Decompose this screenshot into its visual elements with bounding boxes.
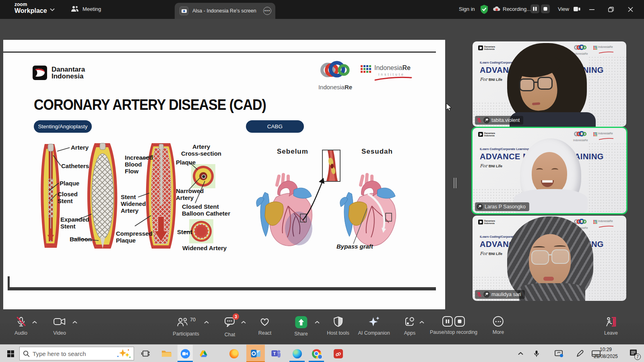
zoom-titlebar: zoom Workplace Meeting Alsa - Indonesia … [0, 0, 644, 19]
tile-indonesiare-logo: IndonesiaRe [573, 45, 588, 55]
tile-institute-logo: IndonesiaRe [598, 220, 614, 230]
security-shield-icon[interactable] [480, 4, 489, 14]
participant-name: Laras P Sasongko [485, 204, 526, 210]
pause-recording-button[interactable] [530, 4, 539, 13]
ai-companion-button[interactable]: AI Companion [358, 316, 390, 336]
participant-name-label: tabita.violent [475, 116, 523, 125]
video-button[interactable]: Video [53, 316, 66, 336]
pause-recording-icon[interactable] [442, 316, 453, 327]
institute-swoosh-icon [374, 76, 413, 81]
edge-icon [293, 349, 302, 358]
label-sebelum: Sebelum [277, 148, 308, 156]
pause-stop-recording-button[interactable]: Pause/stop recording [430, 316, 477, 335]
acrobat-icon [334, 349, 343, 358]
tile-bg-client: ForBNI Life [480, 251, 502, 256]
taskbar-search-input[interactable] [33, 350, 113, 357]
video-tile-tabita[interactable]: DanantaraIndonesia IndonesiaRe Indonesia… [473, 41, 626, 127]
tile-institute-logo: IndonesiaRe [598, 132, 614, 142]
audio-button[interactable]: Audio [14, 316, 27, 336]
google-drive-button[interactable] [197, 345, 210, 362]
audio-options-chevron[interactable] [32, 321, 37, 324]
zoom-logo-text: zoom [14, 2, 47, 7]
maximize-button[interactable] [602, 0, 620, 19]
more-button[interactable]: More [493, 316, 504, 335]
tile-institute-logo: IndonesiaRe [598, 45, 614, 56]
apps-options-chevron[interactable] [419, 321, 424, 324]
chrome-icon [312, 349, 321, 358]
leave-button[interactable]: Leave [604, 316, 618, 336]
label-catheters: Catheters [61, 162, 89, 169]
pin-icon [483, 291, 490, 298]
pill-stenting: Stenting/Angioplasty [34, 120, 92, 133]
chat-button[interactable]: 3 Chat [224, 316, 235, 337]
label-sesudah: Sesudah [361, 148, 393, 156]
notification-center-button[interactable]: 7 [626, 345, 641, 362]
outlook-button[interactable] [249, 345, 262, 362]
presentation-window-edge [8, 276, 10, 290]
pin-icon [477, 204, 483, 210]
view-layout-icon[interactable] [573, 6, 580, 12]
windows-logo-icon [7, 350, 14, 357]
minimize-button[interactable] [582, 0, 601, 19]
tab-meeting[interactable]: Meeting [71, 5, 101, 12]
start-button[interactable] [4, 345, 17, 362]
participants-options-chevron[interactable] [204, 321, 209, 324]
firefox-icon [229, 349, 239, 358]
firefox-button[interactable] [227, 345, 240, 362]
windows-taskbar: T [0, 344, 644, 362]
stop-recording-button[interactable] [541, 4, 550, 13]
teams-icon: T [271, 349, 281, 358]
zoom-app-button[interactable] [179, 345, 192, 362]
taskbar-clock[interactable]: 10:29 21/08/2025 [588, 346, 623, 360]
recording-status-text: Recording... [503, 6, 531, 12]
tray-pen-icon [576, 350, 584, 358]
share-options-chevron[interactable] [315, 321, 320, 324]
react-button[interactable]: React [258, 316, 272, 336]
tile-bg-client: ForBNI Life [480, 77, 502, 82]
sign-in-link[interactable]: Sign in [459, 6, 475, 12]
institute-grid-icon [361, 65, 371, 77]
participants-button[interactable]: 70 Participants [173, 316, 199, 337]
tray-display-button[interactable] [552, 345, 566, 362]
tab-shared-screen[interactable]: Alsa - Indonesia Re's screen ••• [175, 3, 275, 19]
video-tile-maulidya[interactable]: DanantaraIndonesia IndonesiaRe Indonesia… [473, 216, 626, 301]
slide-top-border [3, 51, 436, 53]
label-cross-plaque: Plaque [176, 159, 196, 166]
heart-icon [259, 316, 270, 327]
chat-options-chevron[interactable] [241, 321, 246, 324]
mouse-cursor [446, 103, 452, 112]
share-icon [295, 316, 307, 328]
participant-name-label: maulidya sari [475, 290, 525, 299]
close-button[interactable] [621, 0, 640, 19]
copilot-sparkle-icon[interactable] [116, 348, 130, 359]
tab-options-icon[interactable]: ••• [263, 7, 271, 15]
institute-brand-text: Indonesia [374, 64, 402, 71]
chevron-down-icon[interactable] [50, 8, 55, 11]
edge-button[interactable] [291, 345, 303, 362]
task-view-button[interactable] [139, 345, 152, 362]
shield-icon [332, 316, 344, 327]
tray-hidden-icons-button[interactable] [514, 345, 526, 362]
shared-screen-thumbnail-icon [180, 6, 188, 15]
tray-pen-button[interactable] [573, 345, 586, 362]
taskbar-search[interactable] [19, 347, 134, 360]
chrome-button[interactable] [310, 345, 323, 362]
tile-bg-client: ForBNI Life [480, 163, 502, 169]
apps-icon [404, 316, 415, 327]
video-tile-laras[interactable]: DanantaraIndonesia IndonesiaRe Indonesia… [473, 128, 626, 213]
teams-button[interactable]: T [270, 345, 283, 362]
cloud-recording-icon [493, 6, 501, 12]
tile-danantara-logo: DanantaraIndonesia [478, 220, 495, 224]
share-button[interactable]: Share [294, 316, 308, 337]
acrobat-button[interactable] [332, 345, 345, 362]
video-options-chevron[interactable] [72, 321, 77, 324]
apps-button[interactable]: Apps [404, 316, 416, 336]
panel-divider-handle[interactable] [454, 178, 456, 188]
file-explorer-button[interactable] [160, 345, 173, 362]
stop-recording-icon[interactable] [454, 316, 465, 327]
host-tools-button[interactable]: Host tools [327, 316, 349, 336]
tile-danantara-logo: DanantaraIndonesia [478, 132, 495, 137]
tray-mic-button[interactable] [530, 345, 543, 362]
tile-danantara-logo: DanantaraIndonesia [478, 45, 495, 50]
view-button[interactable]: View [558, 6, 569, 12]
